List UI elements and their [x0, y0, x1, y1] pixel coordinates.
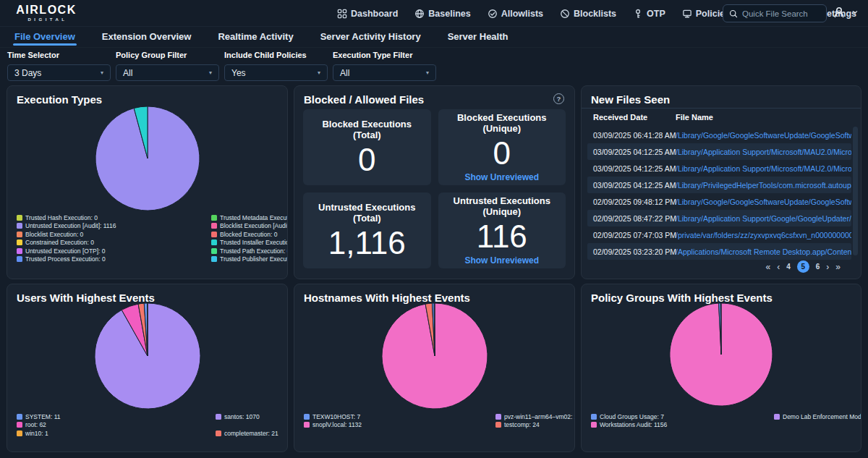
legend-swatch	[17, 223, 22, 229]
table-row[interactable]: 02/09/2025 09:48:12 PM/Library/Google/Go…	[587, 193, 851, 210]
include-child-policies-label: Include Child Policies	[224, 51, 328, 59]
nav-item-otp[interactable]: OTP	[633, 9, 665, 19]
legend-item[interactable]: win10: 1	[17, 429, 61, 438]
caret-down-icon: ▾	[426, 69, 429, 76]
legend-item[interactable]: Untrusted Execution [Audit]: 1116	[17, 222, 116, 231]
legend-item[interactable]: Blocked Execution: 0	[211, 230, 288, 239]
legend-item[interactable]: SYSTEM: 11	[17, 412, 61, 421]
filter-bar: Time Selector 3 Days ▾ Policy Group Filt…	[7, 51, 436, 81]
legend-item[interactable]: root: 62	[17, 421, 61, 430]
file-name-link[interactable]: /Library/Google/GoogleSoftwareUpdate/Goo…	[676, 131, 851, 140]
file-name-link[interactable]: /Applications/Microsoft Remote Desktop.a…	[676, 247, 851, 256]
file-name-link[interactable]: /Library/Google/GoogleSoftwareUpdate/Goo…	[676, 198, 851, 206]
file-name-link[interactable]: /private/var/folders/zz/zyxvpxvq6csfxvn_…	[676, 231, 851, 239]
legend-item[interactable]: Trusted Hash Execution: 0	[17, 213, 116, 222]
legend-item[interactable]: Blocklist Execution: 0	[17, 230, 116, 239]
table-row[interactable]: 02/09/2025 08:47:22 PM/Library/Applicati…	[587, 210, 851, 226]
file-name-link[interactable]: /Library/Application Support/Microsoft/M…	[676, 148, 851, 156]
file-name-link[interactable]: /Library/Application Support/Microsoft/M…	[676, 164, 851, 173]
pagination-prev-button[interactable]: ‹	[777, 263, 780, 271]
legend-item[interactable]: TEXW10HOST: 7	[304, 412, 362, 421]
legend-item[interactable]: Blocklist Execution [Audit]: 0	[211, 222, 288, 231]
legend-item[interactable]: pvz-win11–arm64–vm02: 2	[495, 412, 575, 421]
file-name-link[interactable]: /Library/PrivilegedHelperTools/com.micro…	[676, 181, 851, 190]
policy-groups-highest-events-card: Policy Groups With Highest Events Cloud …	[581, 284, 861, 452]
table-row[interactable]: 02/09/2025 03:23:20 PM/Applications/Micr…	[587, 243, 851, 260]
quick-file-search-input[interactable]	[742, 9, 820, 18]
tab-file-overview[interactable]: File Overview	[13, 27, 77, 47]
pagination-last-button[interactable]: »	[835, 263, 841, 271]
column-header-received-date[interactable]: Received Date	[593, 113, 676, 122]
legend-item[interactable]: Untrusted Execution [OTP]: 0	[17, 247, 116, 255]
legend-item[interactable]: santos: 1070	[216, 412, 278, 421]
nav-item-blocklists[interactable]: Blocklists	[560, 9, 616, 19]
received-date-cell: 02/09/2025 03:23:20 PM	[593, 247, 676, 256]
nav-item-dashboard[interactable]: Dashboard	[337, 9, 398, 19]
help-icon[interactable]: ?	[553, 93, 564, 104]
pagination-page-5-active[interactable]: 5	[797, 260, 809, 273]
execution-types-pie-chart[interactable]	[95, 106, 200, 214]
legend-item[interactable]: Demo Lab Enforcement Mode: 2	[774, 412, 861, 421]
table-row[interactable]: 03/09/2025 04:12:25 AM/Library/Applicati…	[587, 160, 851, 177]
pagination-first-button[interactable]: «	[766, 263, 771, 271]
table-row[interactable]: 03/09/2025 04:12:25 AM/Library/Applicati…	[587, 143, 851, 160]
time-selector-select[interactable]: 3 Days ▾	[7, 64, 111, 81]
quick-file-search[interactable]	[723, 4, 827, 22]
tab-extension-overview[interactable]: Extension Overview	[101, 27, 193, 47]
legend-item[interactable]: Trusted Process Execution: 0	[17, 255, 116, 264]
legend-item[interactable]: Trusted Installer Execution: 49	[211, 239, 288, 247]
policy-groups-pie-chart[interactable]	[669, 302, 773, 410]
table-row[interactable]: 02/09/2025 07:47:03 PM/private/var/folde…	[587, 226, 851, 243]
execution-types-card: Execution Types Trusted Hash Execution: …	[7, 85, 288, 279]
users-highest-events-card: Users With Highest Events SYSTEM: 11root…	[7, 284, 288, 452]
untrusted-executions-unique-box: Untrusted Executions (Unique) 116 Show U…	[438, 192, 566, 268]
tab-server-health[interactable]: Server Health	[446, 27, 510, 47]
legend-swatch	[17, 248, 22, 254]
legend-swatch	[211, 248, 217, 254]
legend-item[interactable]: Trusted Publisher Execution: 0	[211, 255, 288, 264]
nav-item-baselines[interactable]: Baselines	[414, 9, 470, 19]
table-row[interactable]: 03/09/2025 06:41:28 AM/Library/Google/Go…	[587, 127, 851, 143]
blocked-executions-unique-value: 0	[493, 137, 511, 170]
pagination-next-button[interactable]: ›	[826, 263, 829, 271]
tab-realtime-activity[interactable]: Realtime Activity	[216, 27, 294, 47]
table-row[interactable]: 03/09/2025 04:12:25 AM/Library/Privilege…	[587, 177, 851, 193]
legend-item[interactable]: snoplV.local: 1132	[304, 421, 362, 430]
users-legend-right: santos: 1070completemaster: 21	[216, 412, 278, 438]
include-child-policies-select[interactable]: Yes ▾	[224, 64, 328, 81]
hostnames-legend-left: TEXW10HOST: 7snoplV.local: 1132	[304, 412, 362, 429]
received-date-cell: 03/09/2025 04:12:25 AM	[593, 181, 676, 190]
show-unreviewed-link[interactable]: Show Unreviewed	[464, 172, 539, 182]
legend-swatch	[216, 431, 221, 436]
legend-swatch	[495, 422, 501, 428]
legend-item[interactable]: Workstations Audit: 1156	[591, 421, 667, 430]
airlock-logo[interactable]: AIRLOCK DIGITAL	[12, 4, 81, 22]
legend-item[interactable]: testcomp: 24	[495, 421, 575, 430]
legend-swatch	[211, 223, 217, 229]
hostnames-pie-chart[interactable]	[381, 302, 488, 412]
pagination-page-6[interactable]: 6	[816, 263, 820, 271]
nav-item-allowlists[interactable]: Allowlists	[488, 9, 543, 19]
blocked-executions-total-value: 0	[358, 143, 375, 177]
legend-swatch	[211, 232, 217, 237]
users-pie-chart[interactable]	[94, 302, 201, 412]
legend-item[interactable]: completemaster: 21	[216, 430, 278, 438]
policy-group-filter-select[interactable]: All ▾	[116, 64, 219, 81]
tab-server-activity-history[interactable]: Server Activity History	[319, 27, 422, 47]
file-name-link[interactable]: /Library/Application Support/Google/Goog…	[676, 214, 851, 223]
column-header-file-name[interactable]: File Name	[676, 113, 713, 122]
show-unreviewed-link[interactable]: Show Unreviewed	[464, 255, 539, 266]
untrusted-executions-unique-value: 116	[477, 220, 527, 253]
pagination: « ‹ 4 5 6 › »	[766, 260, 841, 273]
execution-type-filter-select[interactable]: All ▾	[333, 64, 436, 81]
untrusted-executions-total-box: Untrusted Executions (Total) 1,116	[303, 192, 431, 268]
table-scrollbar[interactable]	[853, 127, 858, 255]
execution-types-legend-left: Trusted Hash Execution: 0Untrusted Execu…	[17, 213, 116, 263]
legend-item[interactable]: Cloud Groups Usage: 7	[591, 412, 667, 421]
legend-item[interactable]: Constrained Execution: 0	[17, 239, 116, 247]
user-menu[interactable]	[833, 6, 859, 19]
hostnames-highest-events-card: Hostnames With Highest Events TEXW10HOST…	[294, 284, 575, 452]
legend-item[interactable]: Trusted Metadata Execution: 0	[211, 213, 288, 222]
pagination-page-4[interactable]: 4	[786, 263, 791, 271]
legend-item[interactable]: Trusted Path Execution: 0	[211, 247, 288, 255]
